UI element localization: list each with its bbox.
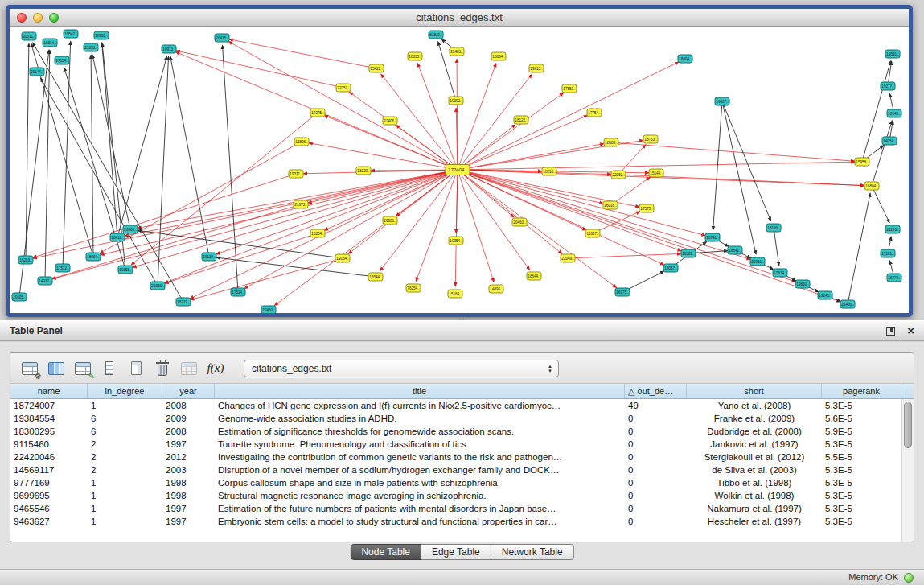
table-cell[interactable]: Wolkin et al. (1998) (687, 489, 822, 502)
graph-node[interactable]: 16975.. (615, 288, 630, 296)
graph-node[interactable]: 18057.. (663, 264, 678, 272)
table-cell[interactable]: 1997 (162, 438, 215, 451)
column-header-pagerank[interactable]: pagerank (822, 384, 901, 398)
graph-node[interactable]: 19542.. (64, 30, 78, 38)
table-row[interactable]: 969969511998Structural magnetic resonanc… (10, 489, 914, 502)
graph-node[interactable]: 19381.. (681, 249, 696, 257)
graph-node[interactable]: 18122.. (514, 116, 528, 124)
table-cell[interactable]: 14569117 (10, 463, 88, 476)
tab-network-table[interactable]: Network Table (491, 544, 574, 560)
table-cell[interactable]: Embryonic stem cells: a model to study s… (215, 515, 625, 528)
graph-node[interactable]: 19613.. (529, 64, 544, 72)
table-row[interactable]: 977716911998Corpus callosum shape and si… (10, 476, 914, 489)
table-cell[interactable]: 1 (88, 502, 162, 515)
table-cell[interactable]: 1998 (162, 489, 215, 502)
table-cell[interactable]: 5.9E-5 (822, 425, 901, 438)
graph-node[interactable]: 21106.. (885, 225, 900, 233)
table-cell[interactable]: Corpus callosum shape and size in male p… (215, 476, 625, 489)
table-cell[interactable]: 1997 (162, 515, 215, 528)
graph-node[interactable]: 11607.. (585, 229, 600, 237)
table-cell[interactable]: 6 (88, 425, 162, 438)
close-window-button[interactable] (17, 13, 27, 23)
graph-node[interactable]: 21673.. (294, 200, 308, 208)
zoom-window-button[interactable] (49, 13, 59, 23)
graph-node[interactable]: 20081.. (383, 216, 397, 225)
graph-node[interactable]: 20144.. (30, 68, 44, 76)
graph-node[interactable]: 18411.. (110, 233, 125, 241)
column-header-name[interactable]: name (10, 384, 88, 398)
table-cell[interactable]: Tibbo et al. (1998) (687, 476, 822, 489)
graph-node[interactable]: 20606.. (123, 225, 138, 233)
table-cell[interactable]: 5.3E-5 (822, 438, 901, 451)
graph-node[interactable]: 20931.. (750, 257, 765, 266)
table-cell[interactable]: 0 (625, 502, 687, 515)
graph-node[interactable]: 18143.. (887, 109, 901, 117)
new-column-icon[interactable] (125, 357, 147, 380)
table-cell[interactable]: 1 (88, 399, 162, 412)
table-cell[interactable]: Franke et al. (2009) (687, 412, 822, 425)
table-cell[interactable]: Nakamura et al. (1997) (687, 502, 822, 515)
table-cell[interactable]: 0 (625, 463, 687, 476)
row-list-icon[interactable] (98, 357, 121, 380)
table-cell[interactable]: 2008 (162, 425, 215, 438)
table-row[interactable]: 946362711997Embryonic stem cells: a mode… (10, 515, 914, 528)
table-scrollbar[interactable] (901, 399, 914, 542)
table-cell[interactable]: 1998 (162, 476, 215, 489)
graph-node[interactable]: 20415.. (215, 34, 229, 42)
graph-node[interactable]: 18815.. (408, 52, 422, 60)
table-cell[interactable]: 9699695 (10, 489, 88, 502)
graph-node[interactable]: 15958.. (855, 158, 869, 166)
graph-node[interactable]: 17575.. (639, 204, 654, 212)
table-cell[interactable]: Estimation of significance thresholds fo… (215, 425, 625, 438)
graph-node[interactable]: 18753.. (643, 135, 658, 143)
column-header-year[interactable]: year (162, 384, 215, 398)
graph-node[interactable]: 16634.. (491, 52, 506, 60)
table-row[interactable]: 911546021997Tourette syndrome. Phenomeno… (10, 438, 914, 451)
graph-node[interactable]: 81830.. (429, 31, 443, 39)
graph-node[interactable]: 14895.. (489, 285, 503, 293)
graph-node[interactable]: 15144.. (649, 169, 663, 177)
graph-node[interactable]: 10354.. (449, 237, 463, 245)
close-panel-icon[interactable]: × (907, 323, 914, 338)
graph-node[interactable]: 18902.. (94, 31, 109, 39)
function-builder-icon[interactable]: f(x) (204, 357, 227, 380)
table-cell[interactable]: 9463627 (10, 515, 88, 528)
graph-node[interactable]: 14054.. (882, 137, 897, 145)
network-canvas[interactable]: 172404..22160..16016..11607..22049..1864… (10, 27, 909, 313)
column-header-in_degree[interactable]: in_degree (88, 384, 162, 398)
table-cell[interactable]: 5.3E-5 (822, 515, 901, 528)
graph-node[interactable]: 19355.. (118, 266, 133, 274)
graph-node[interactable]: 19134.. (335, 254, 350, 262)
table-cell[interactable]: 9115460 (10, 438, 88, 451)
table-cell[interactable]: 1 (88, 489, 162, 502)
table-cell[interactable]: Investigating the contribution of common… (215, 451, 625, 463)
network-window-titlebar[interactable]: citations_edges.txt (10, 9, 909, 27)
table-cell[interactable]: 2 (88, 463, 162, 476)
graph-node[interactable]: 19591.. (885, 50, 900, 58)
table-cell[interactable]: Jankovic et al. (1997) (687, 438, 822, 451)
table-cell[interactable]: Estimation of the future numbers of pati… (215, 502, 625, 515)
graph-node[interactable]: 19134.. (202, 253, 216, 261)
graph-node[interactable]: 21033.. (84, 43, 98, 51)
graph-node[interactable]: 19371.. (289, 170, 303, 178)
table-cell[interactable]: 0 (625, 425, 687, 438)
graph-node[interactable]: 22483.. (450, 47, 464, 56)
column-header-short[interactable]: short (687, 384, 822, 398)
import-table-icon[interactable] (178, 357, 200, 380)
graph-node[interactable]: 16016.. (603, 201, 618, 209)
table-cell[interactable]: 0 (625, 476, 687, 489)
table-cell[interactable]: Changes of HCN gene expression and I(f) … (215, 399, 625, 412)
graph-node[interactable]: 18583.. (604, 138, 618, 146)
graph-node[interactable]: 15719.. (176, 298, 191, 306)
table-cell[interactable]: 5.5E-5 (822, 451, 901, 463)
graph-node[interactable]: 21406.. (840, 300, 855, 308)
table-cell[interactable]: 18300295 (10, 425, 88, 438)
graph-node[interactable]: 18913.. (162, 45, 176, 53)
graph-node[interactable]: 17201.. (881, 249, 895, 257)
table-cell[interactable]: 5.3E-5 (822, 502, 901, 515)
float-panel-icon[interactable] (886, 327, 895, 336)
table-cell[interactable]: Hescheler et al. (1997) (687, 515, 822, 528)
table-cell[interactable]: 2012 (162, 451, 215, 463)
table-cell[interactable]: 1 (88, 515, 162, 528)
graph-node[interactable]: 20511.. (22, 32, 36, 40)
